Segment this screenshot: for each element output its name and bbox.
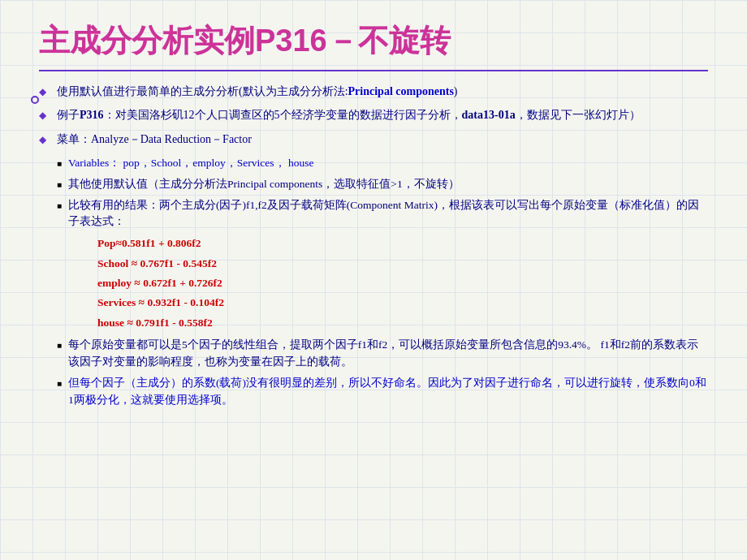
bullet-2-dataset: data13-01a bbox=[462, 109, 516, 121]
bullet-1-emphasis: Principal components bbox=[348, 85, 454, 97]
slide-title: 主成分分析实例P316－不旋转 bbox=[39, 23, 708, 60]
bullet-1: 使用默认值进行最简单的主成分分析(默认为主成分分析法:Principal com… bbox=[39, 83, 708, 101]
bullet-3: 菜单：Analyze－Data Reduction－Factor bbox=[39, 131, 708, 149]
sub-bullet-results: 比较有用的结果：两个主成分(因子)f1,f2及因子载荷矩阵(Component … bbox=[39, 197, 708, 333]
title-divider bbox=[39, 70, 708, 71]
bullet-2-p316: P316 bbox=[80, 109, 104, 121]
defaults-text: 其他使用默认值（主成分分析法Principal components，选取特征值… bbox=[68, 178, 460, 190]
info-text: 每个原始变量都可以是5个因子的线性组合，提取两个因子f1和f2，可以概括原始变量… bbox=[68, 338, 698, 368]
bullet-3-text: 菜单：Analyze－Data Reduction－Factor bbox=[57, 133, 252, 145]
results-text: 比较有用的结果：两个主成分(因子)f1,f2及因子载荷矩阵(Component … bbox=[68, 199, 699, 228]
equations-block: Pop≈0.581f1 + 0.806f2 School ≈ 0.767f1 -… bbox=[97, 234, 708, 332]
eq-employ: employ ≈ 0.672f1 + 0.726f2 bbox=[97, 274, 708, 293]
bullet-2-text: 例子P316：对美国洛杉矶12个人口调查区的5个经济学变量的数据进行因子分析，d… bbox=[57, 109, 641, 121]
sub-bullet-info: 每个原始变量都可以是5个因子的线性组合，提取两个因子f1和f2，可以概括原始变量… bbox=[39, 337, 708, 371]
sub-bullet-defaults: 其他使用默认值（主成分分析法Principal components，选取特征值… bbox=[39, 176, 708, 193]
eq-school: School ≈ 0.767f1 - 0.545f2 bbox=[97, 254, 708, 274]
eq-services: Services ≈ 0.932f1 - 0.104f2 bbox=[97, 293, 708, 312]
rotation-text: 但每个因子（主成分）的系数(载荷)没有很明显的差别，所以不好命名。因此为了对因子… bbox=[68, 377, 706, 406]
variables-text: Variables： pop，School，employ，Services， h… bbox=[68, 157, 313, 169]
eq-house: house ≈ 0.791f1 - 0.558f2 bbox=[97, 313, 708, 333]
eq-pop: Pop≈0.581f1 + 0.806f2 bbox=[97, 234, 708, 253]
bullet-2: 例子P316：对美国洛杉矶12个人口调查区的5个经济学变量的数据进行因子分析，d… bbox=[39, 106, 708, 124]
bullet-1-text: 使用默认值进行最简单的主成分分析(默认为主成分分析法:Principal com… bbox=[57, 85, 458, 97]
sub-bullet-variables: Variables： pop，School，employ，Services， h… bbox=[39, 155, 708, 172]
sub-bullet-rotation: 但每个因子（主成分）的系数(载荷)没有很明显的差别，所以不好命名。因此为了对因子… bbox=[39, 375, 708, 409]
